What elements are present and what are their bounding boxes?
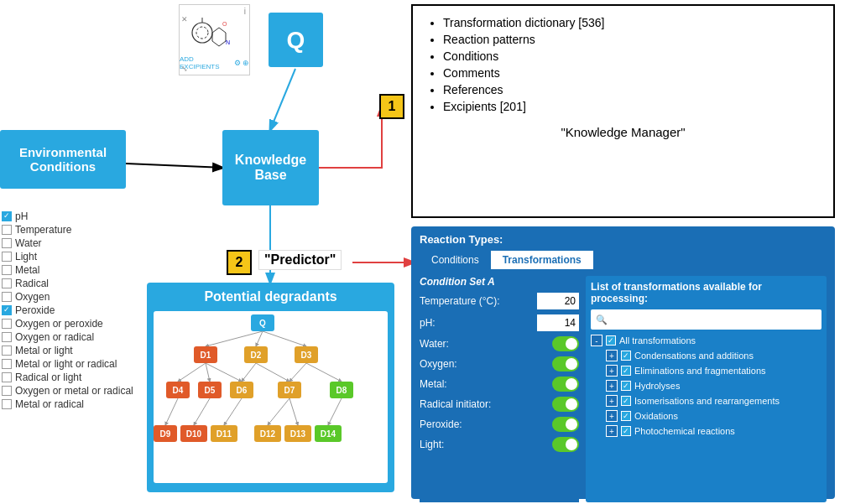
transform-checkbox-0[interactable]: ✓: [606, 335, 616, 346]
svg-point-13: [196, 27, 208, 39]
rt-input-1[interactable]: [537, 314, 579, 331]
sidebar-item-4[interactable]: Metal: [0, 263, 138, 277]
transform-checkbox-2[interactable]: ✓: [621, 366, 631, 376]
svg-text:N: N: [226, 39, 230, 45]
sidebar-item-7[interactable]: Peroxide: [0, 304, 138, 317]
expand-btn-4[interactable]: +: [606, 395, 618, 407]
transform-checkbox-1[interactable]: ✓: [621, 351, 631, 361]
svg-line-23: [306, 363, 342, 382]
expand-btn-0[interactable]: -: [591, 335, 602, 346]
settings-icon[interactable]: ⚙: [234, 59, 241, 67]
toggle-6[interactable]: [552, 417, 579, 432]
sidebar-item-2[interactable]: Water: [0, 236, 138, 250]
close-icon[interactable]: ✕: [181, 15, 188, 23]
sidebar-item-8[interactable]: Oxygen or peroxide: [0, 317, 138, 330]
toggle-2[interactable]: [552, 336, 579, 351]
query-label: Q: [287, 27, 305, 54]
checkbox-11[interactable]: [2, 359, 12, 369]
transform-checkbox-3[interactable]: ✓: [621, 381, 631, 391]
checkbox-12[interactable]: [2, 372, 12, 382]
environmental-conditions-box: Environmental Conditions: [0, 130, 126, 189]
checkbox-13[interactable]: [2, 386, 12, 396]
rt-field-label-3: Oxygen:: [420, 358, 457, 370]
rt-field-label-0: Temperature (°C):: [420, 295, 500, 307]
toggle-3[interactable]: [552, 356, 579, 372]
sidebar-label-12: Radical or light: [15, 372, 81, 383]
node-d4: D4: [166, 382, 190, 398]
toggle-4[interactable]: [552, 377, 579, 392]
expand-btn-1[interactable]: +: [606, 350, 618, 361]
degradants-diagram: Q D1 D2 D3 D4 D5 D6 D7 D8 D9 D10 D11 D12…: [154, 311, 388, 483]
sidebar-item-14[interactable]: Metal or radical: [0, 397, 138, 411]
expand-btn-5[interactable]: +: [606, 410, 618, 422]
toggle-5[interactable]: [552, 397, 579, 412]
sidebar-label-8: Oxygen or peroxide: [15, 318, 103, 330]
sidebar-item-6[interactable]: Oxygen: [0, 290, 138, 304]
add-excipients-button[interactable]: ADD EXCIPIENTS ⚙ ⊕: [180, 55, 249, 70]
sidebar-item-13[interactable]: Oxygen or metal or radical: [0, 384, 138, 397]
svg-text:O: O: [222, 21, 227, 27]
sidebar-item-11[interactable]: Metal or light or radical: [0, 357, 138, 371]
node-d9: D9: [154, 425, 177, 442]
sidebar-item-1[interactable]: Temperature: [0, 223, 138, 236]
sidebar-item-9[interactable]: Oxygen or radical: [0, 330, 138, 344]
sidebar-label-0: pH: [15, 210, 28, 222]
checkbox-2[interactable]: [2, 238, 12, 248]
tab-transformations[interactable]: Transformations: [491, 251, 593, 269]
tab-conditions[interactable]: Conditions: [420, 251, 491, 269]
sidebar-item-12[interactable]: Radical or light: [0, 371, 138, 384]
transform-checkbox-5[interactable]: ✓: [621, 411, 631, 421]
transform-checkbox-6[interactable]: ✓: [621, 426, 631, 436]
checkbox-1[interactable]: [2, 225, 12, 235]
transform-item-2: +✓Eliminations and fragmentations: [591, 365, 822, 377]
rt-field-4: Metal:: [420, 377, 579, 392]
node-d13: D13: [284, 425, 311, 442]
expand-btn-6[interactable]: +: [606, 425, 618, 437]
ref-item-5: Excipients [201]: [443, 100, 820, 113]
rt-input-0[interactable]: [537, 293, 579, 309]
svg-line-28: [289, 398, 298, 425]
search-input[interactable]: [591, 309, 822, 330]
svg-line-20: [242, 363, 256, 382]
share-icon[interactable]: ⊕: [243, 59, 249, 67]
transform-item-4: +✓Isomerisations and rearrangements: [591, 395, 822, 407]
toggle-7[interactable]: [552, 437, 579, 452]
transform-item-0: -✓All transformations: [591, 335, 822, 346]
sidebar-label-11: Metal or light or radical: [15, 358, 117, 370]
checkbox-14[interactable]: [2, 399, 12, 409]
checkbox-4[interactable]: [2, 265, 12, 275]
expand-btn-2[interactable]: +: [606, 365, 618, 377]
checkbox-9[interactable]: [2, 332, 12, 342]
sidebar-label-9: Oxygen or radical: [15, 331, 94, 343]
checkbox-6[interactable]: [2, 292, 12, 302]
reaction-types-panel: Reaction Types: Conditions Transformatio…: [411, 226, 835, 499]
svg-line-17: [178, 363, 206, 382]
svg-line-21: [256, 363, 289, 382]
rt-field-6: Peroxide:: [420, 417, 579, 432]
ref-item-1: Reaction patterns: [443, 33, 820, 46]
checkbox-0[interactable]: [2, 211, 12, 221]
sidebar-label-14: Metal or radical: [15, 398, 84, 410]
sidebar-item-10[interactable]: Metal or light: [0, 344, 138, 357]
condition-set-label: Condition Set A: [420, 276, 579, 288]
checkbox-7[interactable]: [2, 305, 12, 315]
transform-checkbox-4[interactable]: ✓: [621, 396, 631, 406]
node-d5: D5: [198, 382, 222, 398]
node-d14: D14: [315, 425, 342, 442]
checkbox-5[interactable]: [2, 278, 12, 288]
sidebar-item-3[interactable]: Light: [0, 250, 138, 263]
knowledge-manager-label: "Knowledge Manager": [426, 125, 820, 139]
ref-item-4: References: [443, 83, 820, 96]
checkbox-3[interactable]: [2, 252, 12, 262]
rt-field-0: Temperature (°C):: [420, 293, 579, 309]
query-box: Q: [269, 13, 323, 67]
sidebar-item-0[interactable]: pH: [0, 210, 138, 223]
expand-btn-3[interactable]: +: [606, 380, 618, 392]
checkbox-8[interactable]: [2, 319, 12, 329]
transform-label-3: Hydrolyses: [634, 381, 680, 391]
svg-line-24: [165, 398, 178, 425]
checkbox-10[interactable]: [2, 346, 12, 356]
molecule-structure: O N: [185, 9, 244, 55]
sidebar-item-5[interactable]: Radical: [0, 277, 138, 290]
potential-degradants-title: Potential degradants: [154, 289, 388, 304]
